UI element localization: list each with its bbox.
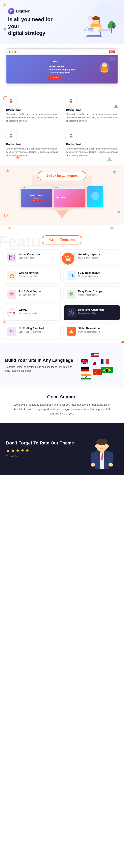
deco-tri-1 bbox=[6, 169, 9, 172]
demo-btn-1: Start Now bbox=[32, 200, 41, 202]
slider-svg bbox=[68, 329, 74, 334]
language-title: Build Your Site In Any Language bbox=[5, 358, 75, 363]
color-change-icon bbox=[67, 290, 76, 299]
mini-dot-6 bbox=[57, 187, 58, 188]
svg-marker-27 bbox=[56, 211, 68, 218]
svg-rect-84 bbox=[81, 369, 89, 371]
feature-icon-box-2 bbox=[66, 96, 76, 106]
support-icon bbox=[7, 290, 16, 299]
demo-thumb-content-2: Business Pro bbox=[54, 189, 85, 208]
no-coding-svg bbox=[9, 329, 15, 334]
browser-content-area: Agency Global Creative Production Compan… bbox=[6, 55, 118, 84]
svg-rect-13 bbox=[88, 30, 93, 31]
demo-thumb-3[interactable] bbox=[87, 186, 103, 208]
feature-item-3: Rocket fast The modern world is in a con… bbox=[4, 129, 60, 159]
responsive-desc: Mobile friendly design bbox=[78, 275, 100, 278]
amazing-layouts-text: Amazing Layouts Multiple layout options bbox=[78, 253, 100, 259]
demo-title-2: Business Pro bbox=[56, 196, 66, 198]
hero-section: D Digixion is all you need for your digi… bbox=[0, 0, 124, 44]
rate-section: Don't Forget To Rate Our Theme ★ ★ ★ ★ ★… bbox=[0, 423, 124, 475]
responsive-text: Fully Responsive Mobile friendly design bbox=[78, 271, 100, 278]
install-demos-section: 1 click install demos Creative Agency St… bbox=[0, 165, 124, 225]
deco-tri-lang bbox=[3, 3, 6, 6]
demo-line-3b bbox=[93, 202, 97, 202]
svg-rect-21 bbox=[100, 71, 108, 72]
svg-rect-30 bbox=[12, 255, 14, 256]
svg-point-25 bbox=[70, 135, 72, 136]
svg-rect-91 bbox=[81, 374, 91, 376]
great-support-desc: We provide friendly & fast support whene… bbox=[14, 403, 110, 416]
flags-svg: ★ ★ ★ ★ ★ bbox=[79, 349, 115, 381]
feature-desc-1: The modern world is in a continuous move… bbox=[6, 113, 58, 123]
great-features-button[interactable]: Great Features bbox=[42, 236, 82, 245]
rocket-icon-4 bbox=[68, 133, 74, 138]
demo-thumb-1[interactable]: Creative Agency Start Now bbox=[21, 186, 52, 208]
language-section: Build Your Site In Any Language Translat… bbox=[0, 343, 124, 387]
feature-title-1: Rocket fast bbox=[6, 108, 58, 111]
woocommerce-desc: Full shop integration bbox=[19, 275, 39, 278]
browser-cta-button[interactable]: Get Started bbox=[48, 76, 61, 80]
feature-card-support: Pro & Fast Support 24/7 expert support bbox=[4, 286, 61, 302]
svg-point-5 bbox=[92, 16, 99, 20]
slider-revolution-text: Slider Revolution Premium slider include… bbox=[78, 327, 100, 333]
save-text-1: SAVE bbox=[65, 255, 71, 258]
star-3: ★ bbox=[16, 448, 20, 453]
svg-rect-32 bbox=[10, 257, 12, 259]
great-features-section: Features Great Features Visual Composer … bbox=[0, 229, 124, 343]
woocommerce-title: Woo Commerce bbox=[19, 271, 39, 274]
svg-rect-8 bbox=[86, 36, 102, 37]
hero-title: is all you need for your digital strateg… bbox=[8, 16, 64, 36]
realtime-desc: Live preview editing bbox=[78, 312, 106, 315]
feature-card-wpml: WPML WPML Multilanguage ready bbox=[4, 305, 61, 320]
hero-content: D Digixion is all you need for your digi… bbox=[8, 8, 64, 36]
deco-tri-2 bbox=[113, 171, 116, 174]
mini-dot-1 bbox=[22, 187, 22, 188]
svg-rect-46 bbox=[73, 277, 73, 277]
svg-rect-31 bbox=[12, 257, 14, 258]
support-title: Pro & Fast Support bbox=[19, 290, 42, 293]
language-desc: Translate Bimber to any language and use… bbox=[5, 365, 75, 373]
demo-thumb-content-1: Creative Agency Start Now bbox=[21, 189, 52, 208]
rocket-icon-2 bbox=[68, 98, 74, 104]
save-amount-1: 49$ bbox=[65, 258, 71, 261]
svg-point-59 bbox=[71, 312, 72, 313]
demo-thumb-2[interactable]: Business Pro bbox=[54, 186, 85, 208]
wpml-text: WPML Multilanguage ready bbox=[19, 308, 37, 315]
wpml-title: WPML bbox=[19, 308, 37, 311]
save-badge-1: SAVE 49$ bbox=[62, 252, 74, 265]
spacing-1 bbox=[0, 225, 124, 229]
browser-dot-yellow bbox=[12, 51, 13, 53]
woo-svg bbox=[9, 273, 15, 279]
responsive-svg bbox=[68, 273, 74, 279]
no-coding-text: No Coding Required Easy to use for every… bbox=[19, 327, 44, 333]
demos-preview: Creative Agency Start Now Business Pro bbox=[4, 186, 120, 208]
amazing-layouts-title: Amazing Layouts bbox=[78, 253, 100, 256]
no-coding-title: No Coding Required bbox=[19, 327, 44, 330]
svg-rect-12 bbox=[88, 29, 92, 30]
feature-title-4: Rocket fast bbox=[66, 143, 118, 146]
rate-person-image bbox=[86, 429, 118, 469]
svg-point-111 bbox=[100, 445, 101, 446]
svg-text:WPML: WPML bbox=[9, 312, 15, 314]
rate-text: Don't Forget To Rate Our Theme ★ ★ ★ ★ ★… bbox=[6, 440, 82, 458]
demo-line-2b bbox=[56, 199, 61, 200]
svg-rect-115 bbox=[100, 451, 104, 453]
install-demos-button[interactable]: 1 click install demos bbox=[38, 171, 86, 180]
browser-nav-button[interactable]: Nav bbox=[109, 51, 115, 53]
brand-logo: D bbox=[8, 8, 14, 14]
feature-desc-4: The modern world is in a continuous move… bbox=[66, 147, 118, 157]
feature-desc-2: The modern world is in a continuous move… bbox=[66, 113, 118, 123]
browser-deco-1 bbox=[110, 57, 116, 61]
feature-card-color-change: Easy Color Change Unlimited color option… bbox=[64, 286, 120, 302]
feature-icon-box-3 bbox=[6, 131, 16, 141]
demo-line-1b bbox=[33, 198, 39, 198]
demo-line-1a bbox=[32, 197, 40, 197]
demo-avatar-3 bbox=[91, 192, 99, 200]
svg-point-114 bbox=[106, 444, 109, 448]
svg-rect-49 bbox=[10, 293, 13, 293]
browser-dot-red bbox=[9, 51, 10, 53]
feature-card-no-coding: No Coding Required Easy to use for every… bbox=[4, 323, 61, 339]
browser-mockup-section: Nav Agency Global Creative Production Co… bbox=[0, 44, 124, 88]
browser-title: Global Creative Production Company That … bbox=[48, 65, 76, 74]
feature-item-4: Rocket fast The modern world is in a con… bbox=[64, 129, 120, 159]
